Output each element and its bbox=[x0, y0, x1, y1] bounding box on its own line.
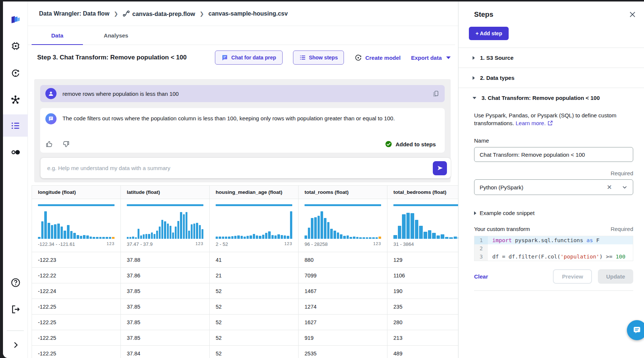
table-row: -122.2437.85521467190 bbox=[32, 283, 458, 299]
clear-button[interactable]: Clear bbox=[474, 273, 488, 280]
sidebar-item-help[interactable] bbox=[3, 272, 28, 293]
sidebar-expand-button[interactable] bbox=[3, 335, 28, 355]
added-to-steps-badge: Added to steps bbox=[385, 140, 436, 148]
app-logo[interactable] bbox=[3, 8, 28, 29]
main-content: Step 3. Chat Transform: Remove populatio… bbox=[28, 45, 458, 358]
triangle-right-icon bbox=[473, 76, 475, 80]
breadcrumb-flow[interactable]: canvas-data-prep.flow bbox=[123, 10, 195, 17]
histogram[interactable] bbox=[305, 210, 381, 239]
table-cell: -122.25 bbox=[32, 315, 121, 330]
chat-for-data-prep-button[interactable]: Chat for data prep bbox=[215, 51, 283, 65]
steps-list: 1. S3 Source2. Data types3. Chat Transfo… bbox=[458, 48, 644, 108]
triangle-right-icon bbox=[474, 211, 476, 215]
table-cell: 1467 bbox=[299, 283, 387, 299]
triangle-down-icon bbox=[473, 97, 476, 99]
table-cell: -122.25 bbox=[32, 330, 121, 346]
chat-panel: remove rows where population is less tha… bbox=[34, 79, 451, 182]
language-select[interactable]: Python (PySpark) ✕ bbox=[474, 179, 633, 195]
step-name-input[interactable] bbox=[474, 147, 633, 162]
histogram-range-label: 31 - 3864123 bbox=[393, 241, 458, 247]
update-button[interactable]: Update bbox=[598, 269, 633, 284]
data-quality-bar bbox=[305, 204, 381, 206]
steps-list-icon bbox=[10, 121, 20, 131]
tab-analyses[interactable]: Analyses bbox=[87, 26, 145, 45]
table-row: -122.2237.862170991106 bbox=[32, 268, 458, 283]
custom-transform-label: Your custom transform bbox=[474, 226, 611, 232]
plus-icon: + bbox=[476, 30, 480, 36]
clear-selection-icon[interactable]: ✕ bbox=[607, 183, 612, 191]
code-line: 3df = df.filter(F.col('population') >= 1… bbox=[474, 253, 633, 261]
column-header[interactable]: latitude (float) bbox=[121, 186, 210, 199]
model-refresh-icon bbox=[11, 68, 20, 78]
column-header[interactable]: longitude (float) bbox=[32, 186, 121, 199]
chat-bubble-icon bbox=[221, 54, 228, 61]
step-item-3[interactable]: 3. Chat Transform: Remove population < 1… bbox=[458, 88, 644, 108]
histogram[interactable] bbox=[216, 210, 292, 239]
histogram-cell: 31 - 3864123 bbox=[387, 199, 458, 252]
histogram[interactable] bbox=[393, 210, 458, 239]
histogram[interactable] bbox=[38, 210, 115, 239]
code-editor[interactable]: 1import pyspark.sql.functions as F23df =… bbox=[474, 236, 633, 261]
molecule-icon bbox=[10, 95, 20, 105]
column-header[interactable]: total_bedrooms (float) bbox=[387, 186, 458, 199]
sidebar-item-models[interactable] bbox=[3, 62, 28, 83]
table-row: -122.2537.85521627280 bbox=[32, 315, 458, 330]
breadcrumb-separator: ❯ bbox=[200, 11, 204, 17]
table-cell: 41 bbox=[210, 252, 299, 268]
table-cell: 190 bbox=[387, 283, 458, 299]
line-number: 2 bbox=[474, 244, 488, 253]
thumbs-up-icon[interactable] bbox=[45, 140, 54, 148]
breadcrumb-root[interactable]: Data Wrangler: Data flow bbox=[39, 10, 109, 17]
user-avatar bbox=[45, 88, 57, 99]
histogram-range-label: 96 - 28258123 bbox=[305, 241, 381, 247]
thumbs-down-icon[interactable] bbox=[62, 140, 70, 148]
required-label: Required bbox=[611, 226, 633, 232]
sidebar-item-automations[interactable] bbox=[3, 89, 28, 110]
close-icon[interactable] bbox=[628, 10, 637, 19]
tab-data[interactable]: Data bbox=[28, 26, 87, 45]
tab-bar: Data Analyses bbox=[28, 26, 455, 45]
sidebar-item-logout[interactable] bbox=[3, 299, 28, 320]
chat-input[interactable] bbox=[47, 165, 433, 171]
export-data-button[interactable]: Export data bbox=[411, 55, 451, 61]
table-cell: 489 bbox=[387, 346, 458, 358]
steps-panel-title: Steps bbox=[474, 10, 628, 19]
example-code-snippet-expander[interactable]: Example code snippet bbox=[474, 210, 633, 216]
panel-footer-divider bbox=[474, 290, 633, 291]
step-item-1[interactable]: 1. S3 Source bbox=[458, 48, 644, 68]
table-cell: 52 bbox=[210, 283, 299, 299]
table-cell: 235 bbox=[387, 299, 458, 315]
create-model-icon bbox=[354, 54, 362, 62]
table-row: -122.2537.85521274235 bbox=[32, 299, 458, 315]
table-cell: 37.88 bbox=[121, 252, 210, 268]
preview-button[interactable]: Preview bbox=[553, 269, 592, 284]
table-cell: -122.23 bbox=[32, 252, 121, 268]
chat-widget-button[interactable] bbox=[627, 320, 644, 340]
table-cell: 52 bbox=[210, 315, 299, 330]
histogram[interactable] bbox=[127, 210, 203, 239]
name-label: Name bbox=[474, 137, 633, 144]
step-item-label: 2. Data types bbox=[480, 75, 515, 81]
sidebar-item-compute[interactable] bbox=[3, 36, 28, 56]
add-step-button[interactable]: + Add step bbox=[469, 27, 509, 40]
step-title: Step 3. Chat Transform: Remove populatio… bbox=[37, 54, 205, 61]
show-steps-button[interactable]: Show steps bbox=[293, 51, 344, 65]
sidebar-item-datasets[interactable] bbox=[3, 142, 28, 163]
copy-icon[interactable] bbox=[432, 90, 439, 97]
table-cell: -122.25 bbox=[32, 299, 121, 315]
external-link-icon[interactable] bbox=[547, 120, 553, 126]
histogram-cell: -122.34 - -121.61123 bbox=[32, 199, 121, 252]
step-description: Use Pyspark, Pandas, or Pyspark (SQL) to… bbox=[474, 111, 633, 127]
learn-more-link[interactable]: Learn more. bbox=[516, 120, 546, 126]
create-model-button[interactable]: Create model bbox=[354, 54, 400, 62]
send-button[interactable] bbox=[433, 161, 447, 175]
step3-details: Use Pyspark, Pandas, or Pyspark (SQL) to… bbox=[458, 108, 644, 291]
step-item-2[interactable]: 2. Data types bbox=[458, 68, 644, 88]
histogram-range-label: 37.47 - 37.9123 bbox=[127, 241, 203, 247]
assistant-avatar bbox=[45, 113, 57, 124]
chat-input-bar bbox=[41, 158, 451, 178]
column-header[interactable]: housing_median_age (float) bbox=[210, 186, 299, 199]
table-cell: 21 bbox=[210, 268, 299, 283]
column-header[interactable]: total_rooms (float) bbox=[299, 186, 387, 199]
sidebar-item-data-wrangler[interactable] bbox=[3, 115, 28, 136]
